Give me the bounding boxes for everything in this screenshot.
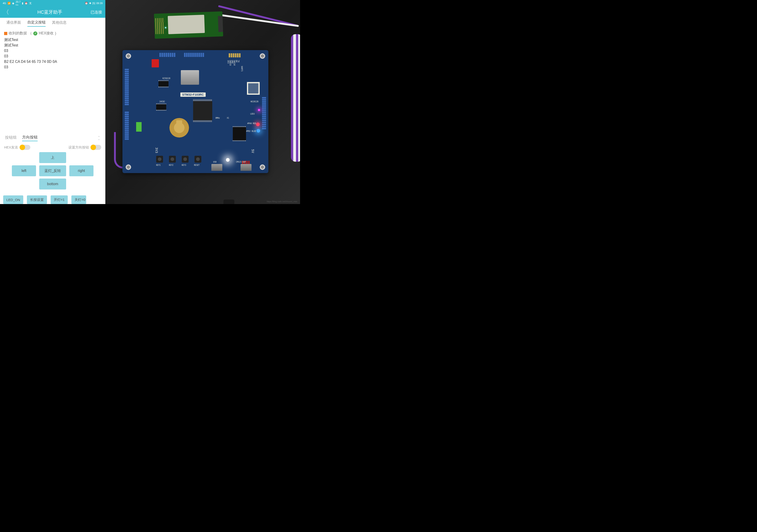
hex-send-label: HEX发送 — [4, 145, 18, 150]
debug-chip — [233, 127, 246, 140]
paren-close: ) — [55, 31, 56, 36]
cmsis-dap-port — [241, 164, 252, 171]
expand-chevrons-icon[interactable]: ⌄⌄ — [98, 134, 100, 141]
clock-time: 09:39 — [96, 2, 103, 5]
silk-x1: X1 — [227, 117, 229, 119]
hex-send-toggle-group: HEX发送 — [4, 145, 30, 150]
received-data-header: 收到的数据 （ ✓ HEX接收 ) — [0, 29, 106, 37]
flash-chip — [159, 81, 168, 87]
mount-hole-icon — [126, 53, 131, 59]
battery-small-icon: ▮ — [22, 2, 23, 5]
set-direction-toggle-group: 设置方向按钮 — [68, 145, 101, 150]
hex-send-switch[interactable] — [20, 145, 30, 150]
tab-other-info[interactable]: 其他信息 — [52, 20, 67, 26]
status-right: ⏰ ✱ [5] 09:39 — [85, 2, 103, 5]
coin-cell-battery — [169, 118, 189, 138]
alarm-small-icon: ⏰ — [25, 2, 28, 5]
silk-flash: K25Q128 — [163, 77, 170, 79]
dpad-up-button[interactable]: 上 — [39, 152, 66, 163]
data-line: 03 — [4, 53, 101, 59]
led-on-button[interactable]: LED_ON — [3, 195, 23, 204]
qr-code-icon — [247, 82, 260, 95]
app-title: HC蓝牙助手 — [37, 9, 62, 15]
light-on-button[interactable]: 开灯=1 — [51, 195, 68, 204]
silk-3v3: 3V3 — [227, 60, 229, 63]
hex-check-icon[interactable]: ✓ — [33, 31, 37, 36]
silk-key3: KEY3 — [182, 164, 186, 166]
received-data-body[interactable]: 测试Test 测试Test 03 03 B2 E2 CA D4 54 65 73… — [0, 37, 106, 133]
back-arrow-icon[interactable]: 〈 — [3, 8, 9, 16]
button-tabs: 按钮组 方向按钮 ⌄⌄ — [0, 133, 106, 142]
tab-button-group[interactable]: 按钮组 — [5, 135, 16, 141]
dpad-left-button[interactable]: left — [12, 165, 36, 176]
tab-comm[interactable]: 通信界面 — [6, 20, 21, 26]
bt-rf-shield — [168, 15, 205, 34]
key3-button — [182, 156, 189, 163]
bluetooth-module — [154, 12, 223, 39]
toggle-row: HEX发送 设置方向按钮 — [0, 142, 106, 152]
red-led-icon — [256, 123, 260, 126]
dpad-right-button[interactable]: right — [69, 165, 94, 176]
wire-bundle — [291, 34, 300, 162]
bottom-button-row: LED_ON 长按设置 开灯=1 关灯=0 — [0, 194, 106, 204]
status-left: 4G 📶 ◉ 20.7K/s ▮ ⏰ 支 — [3, 0, 32, 6]
bt-status-led-icon — [165, 27, 166, 28]
mcu-label: STM32-F103RC — [180, 93, 206, 97]
data-line: 测试Test — [4, 42, 101, 48]
silk-5v: 5V — [251, 149, 255, 153]
bluetooth-icon: ✱ — [89, 2, 91, 5]
received-indicator-icon — [4, 32, 7, 35]
watermark: https://blog.csdn.net/zhoumi_msn — [267, 200, 297, 203]
mount-hole-icon — [260, 53, 265, 59]
silk-uart1: UART1 — [241, 66, 243, 71]
tab-direction-buttons[interactable]: 方向按钮 — [22, 135, 38, 141]
silk-ws2812: WS2812B — [251, 101, 258, 103]
set-direction-label: 设置方向按钮 — [68, 145, 89, 150]
uart-header — [229, 53, 241, 57]
board-photo-panel: STM32-F103RC — [106, 0, 300, 204]
silk-gnd: GND — [231, 60, 233, 63]
long-press-button[interactable]: 长按设置 — [27, 195, 47, 204]
silk-pa8: #PA8 RED — [247, 123, 256, 125]
usb-port — [211, 164, 222, 171]
red-jumper-block — [152, 59, 159, 68]
silk-eeprom: 24C02 — [159, 101, 165, 103]
arduino-header-top — [159, 53, 175, 57]
data-line: 03 — [4, 48, 101, 53]
data-line: 测试Test — [4, 37, 101, 42]
arduino-header-top2 — [184, 53, 204, 57]
light-off-button[interactable]: 关灯=0 — [71, 195, 86, 204]
signal-bars-icon: 📶 — [8, 2, 11, 5]
status-bar: 4G 📶 ◉ 20.7K/s ▮ ⏰ 支 ⏰ ✱ [5] 09:39 — [0, 0, 106, 6]
silk-pd2: #PD2 BLUE — [246, 130, 256, 132]
silk-tx: TX — [237, 60, 239, 62]
silk-key2: KEY2 — [169, 164, 173, 166]
reset-button — [195, 156, 201, 163]
silk-cmsis: CMSIS-DAP — [236, 161, 246, 163]
wifi-icon: ◉ — [12, 2, 15, 5]
dpad-down-button[interactable]: bottom — [39, 179, 66, 189]
stm32-mcu-chip — [193, 101, 212, 120]
silk-reset: RESET — [194, 164, 199, 166]
app-header: 〈 HC蓝牙助手 已连接 — [0, 6, 106, 18]
power-led-icon — [226, 158, 229, 162]
hex-receive-label: HEX接收 — [39, 31, 54, 36]
data-line: B2 E2 CA D4 54 65 73 74 0D 0A — [4, 59, 101, 65]
usb-cable — [224, 200, 234, 204]
signal-4g-icon: 4G — [3, 2, 6, 5]
bt-pin-header — [218, 16, 223, 32]
net-speed: 20.7K/s — [16, 0, 20, 6]
bt-antenna-icon — [155, 18, 165, 34]
silk-rx: RX — [235, 60, 237, 62]
key1-button — [156, 156, 163, 163]
main-tabs: 通信界面 自定义按钮 其他信息 — [0, 18, 106, 29]
data-line: 03 — [4, 65, 101, 70]
phone-app-panel: 4G 📶 ◉ 20.7K/s ▮ ⏰ 支 ⏰ ✱ [5] 09:39 〈 HC蓝… — [0, 0, 106, 204]
silk-key1: KEY1 — [156, 164, 161, 166]
direction-pad: 上 left 蓝灯_反转 right bottom — [0, 152, 106, 194]
set-direction-switch[interactable] — [91, 145, 101, 150]
mount-hole-icon — [260, 164, 265, 170]
tab-custom-buttons[interactable]: 自定义按钮 — [27, 20, 45, 27]
dpad-center-button[interactable]: 蓝灯_反转 — [39, 165, 66, 176]
green-pin-header — [136, 122, 141, 132]
